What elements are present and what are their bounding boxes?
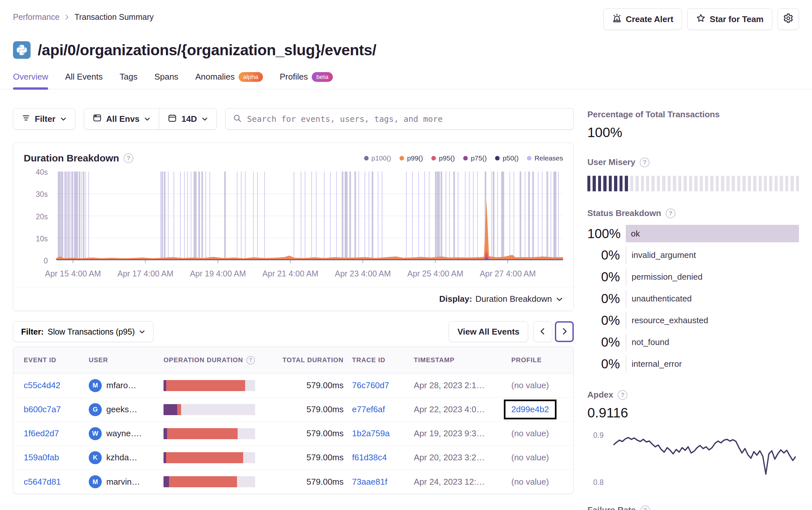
tab-profiles[interactable]: Profilesbeta [280,72,333,89]
operation-duration-bar [164,428,255,439]
event-id-link[interactable]: 1f6ed2d7 [24,428,59,438]
apdex-section: Apdex? 0.9116 0.9 0.8 [587,390,799,488]
trace-id-link[interactable]: 73aae81f [352,477,387,487]
chart-legend: p100()p99()p95()p75()p50()Releases [364,154,563,162]
misery-segment [737,176,740,191]
x-tick-label: Apr 25 4:00 AM [407,269,463,278]
misery-segment [753,176,756,191]
create-alert-button[interactable]: Create Alert [603,8,682,30]
column-header-label: OPERATION DURATION [164,356,243,364]
user-cell: Ggeeks… [89,403,164,416]
user-avatar: G [89,403,102,416]
column-header-total-duration: TOTAL DURATION [277,356,352,364]
op-segment-db [164,404,177,415]
status-row-permission_denied: 0%permission_denied [587,268,799,286]
tab-spans[interactable]: Spans [154,72,178,89]
status-row-not_found: 0%not_found [587,333,799,351]
trace-id-cell: f61d38c4 [352,452,414,462]
operation-duration-cell [164,428,277,439]
duration-breakdown-chart[interactable]: Apr 15 4:00 AMApr 17 4:00 AMApr 19 4:00 … [56,172,563,284]
trace-id-link[interactable]: 76c760d7 [352,380,389,390]
event-id-link[interactable]: c55c4d42 [24,380,60,390]
tab-all-events[interactable]: All Events [65,72,103,89]
help-icon[interactable]: ? [640,506,650,510]
status-body: internal_error [626,355,799,373]
help-icon[interactable]: ? [246,356,255,364]
legend-item-p95[interactable]: p95() [431,154,455,162]
column-header-timestamp: TIMESTAMP [414,356,511,364]
status-bar-ok: ok [626,225,799,242]
trace-id-cell: 1b2a759a [352,428,414,439]
tab-anomalies[interactable]: Anomaliesalpha [195,72,263,89]
help-icon[interactable]: ? [618,390,627,400]
trace-id-cell: e77ef6af [352,404,414,415]
user-avatar: K [89,451,102,464]
status-body: resource_exhausted [626,311,799,329]
chevron-down-icon [139,328,145,335]
star-for-team-button[interactable]: Star for Team [687,8,772,30]
misery-segment [700,176,703,191]
operation-duration-cell [164,452,277,463]
filter-value: Slow Transactions (p95) [48,327,135,336]
legend-item-p50[interactable]: p50() [495,154,519,162]
legend-item-p75[interactable]: p75() [463,154,487,162]
help-icon[interactable]: ? [640,157,649,167]
table-row: b600c7a7Ggeeks…579.00mse77ef6afApr 22, 2… [13,398,573,422]
title-row: /api/0/organizations/{organization_slug}… [0,30,812,59]
settings-button[interactable] [778,8,799,30]
misery-segment [721,176,724,191]
view-all-events-button[interactable]: View All Events [448,321,528,342]
column-header-label: TIMESTAMP [414,356,455,364]
status-label: not_found [626,333,799,351]
status-body: unauthenticated [626,290,799,308]
profile-no-value: (no value) [511,452,549,462]
tab-overview[interactable]: Overview [13,72,48,89]
status-percent: 0% [587,357,620,371]
event-id-link[interactable]: c5647d81 [24,477,61,487]
chart-x-axis: Apr 15 4:00 AMApr 17 4:00 AMApr 19 4:00 … [56,269,563,280]
date-range-label: 14D [181,114,197,124]
profile-no-value: (no value) [511,477,549,487]
y-tick-label: 10s [36,234,48,243]
misery-segment [625,176,628,191]
gear-icon [783,13,793,26]
misery-segment [726,176,729,191]
operation-duration-bar [164,476,255,487]
filter-bar: Filter All Envs 14D [13,108,574,130]
next-page-button[interactable] [555,321,574,342]
help-icon[interactable]: ? [666,209,675,218]
event-id-cell: 159a0fab [24,452,89,462]
transaction-filter-dropdown[interactable]: Filter: Slow Transactions (p95) [13,321,153,342]
status-percent: 0% [587,291,620,306]
environment-selector[interactable]: All Envs [84,109,159,129]
chart-footer: Display: Duration Breakdown [13,287,573,310]
percentage-total-section: Percentage of Total Transactions 100% [587,110,799,140]
profile-no-value: (no value) [511,428,549,438]
status-label: unauthenticated [626,290,799,308]
event-id-link[interactable]: 159a0fab [24,452,59,462]
display-selector[interactable]: Duration Breakdown [475,294,563,304]
legend-item-p99[interactable]: p99() [400,154,423,162]
profile-link[interactable]: 2d99e4b2 [511,404,549,414]
status-percent: 0% [587,248,620,263]
user-misery-bar[interactable] [587,176,799,191]
breadcrumb-performance[interactable]: Performance [13,12,59,22]
help-icon[interactable]: ? [123,153,133,163]
tab-tags[interactable]: Tags [120,72,138,89]
trace-id-link[interactable]: e77ef6af [352,404,385,414]
percentage-total-value: 100% [587,125,799,140]
failure-rate-heading: Failure Rate [587,505,636,510]
breadcrumb: Performance Transaction Summary [13,8,154,22]
previous-page-button[interactable] [533,321,552,342]
trace-id-link[interactable]: f61d38c4 [352,452,387,462]
chevron-down-icon [202,116,208,122]
date-range-selector[interactable]: 14D [159,109,216,129]
filter-dropdown[interactable]: Filter [13,108,76,130]
legend-item-p100[interactable]: p100() [364,154,392,162]
misery-segment [651,176,654,191]
event-id-link[interactable]: b600c7a7 [24,404,61,414]
legend-item-Releases[interactable]: Releases [527,154,563,162]
trace-id-link[interactable]: 1b2a759a [352,428,390,438]
window-icon [93,113,102,125]
search-input[interactable] [247,114,566,124]
